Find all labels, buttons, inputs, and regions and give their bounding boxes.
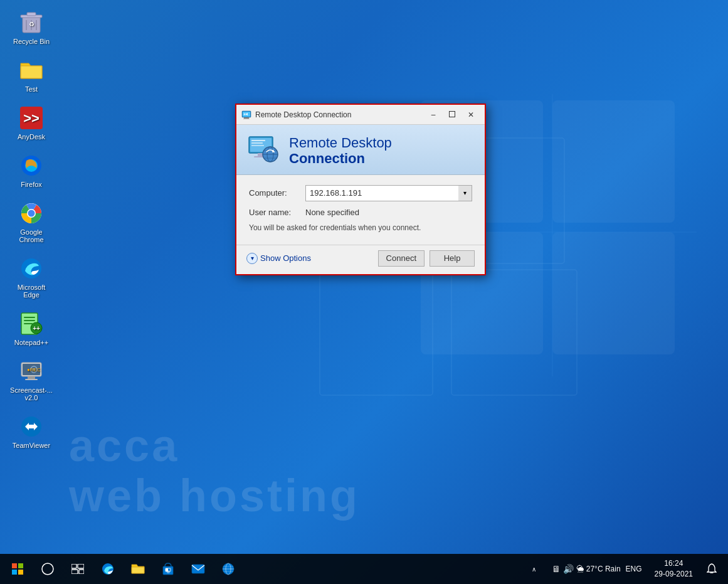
desktop-icon-google-chrome[interactable]: Google Chrome [6, 197, 56, 247]
svg-rect-63 [12, 570, 17, 575]
rdp-titlebar-text: Remote Desktop Connection [255, 110, 421, 119]
rdp-computer-input[interactable] [305, 185, 472, 201]
anydesk-label: AnyDesk [18, 133, 45, 141]
svg-point-26 [28, 210, 35, 217]
teamviewer-label: TeamViewer [13, 442, 50, 449]
svg-rect-69 [79, 570, 84, 574]
desktop: acca web hosting ♻ Recycle Bin [0, 0, 728, 584]
rdp-titlebar-icon [241, 110, 251, 120]
show-options-icon: ▾ [246, 253, 258, 264]
svg-text:▨: ▨ [167, 570, 170, 573]
notepadpp-icon: ++ [19, 311, 44, 336]
google-chrome-label: Google Chrome [9, 228, 54, 243]
rdp-titlebar-controls: – ✕ [425, 107, 480, 122]
rdp-footer: ▾ Show Options Connect Help [236, 245, 485, 274]
rdp-header: Remote Desktop Connection [236, 125, 485, 175]
rdp-show-options[interactable]: ▾ Show Options [246, 253, 373, 264]
screencast-label: Screencast-...v2.0 [10, 386, 53, 401]
taskbar-date: 29-09-2021 [655, 569, 693, 580]
svg-rect-30 [24, 320, 35, 321]
teamviewer-icon [19, 414, 44, 439]
taskbar: ▨ ∧ 🖥 [0, 554, 728, 584]
taskbar-start-btn[interactable] [3, 554, 33, 584]
rdp-username-field: User name: None specified [249, 208, 472, 217]
rdp-computer-field: Computer: ▾ [249, 185, 472, 201]
svg-rect-71 [132, 567, 144, 573]
firefox-label: Firefox [21, 181, 42, 188]
svg-rect-64 [18, 570, 23, 575]
recycle-bin-label: Recycle Bin [13, 38, 50, 45]
rdp-restore-btn[interactable] [443, 107, 461, 122]
rdp-username-label: User name: [249, 208, 305, 217]
rdp-close-btn[interactable]: ✕ [462, 107, 480, 122]
desktop-icon-notepadpp[interactable]: ++ Notepad++ [6, 307, 56, 350]
desktop-icon-test[interactable]: Test [6, 54, 56, 97]
taskbar-volume-icon[interactable]: 🔊 [563, 564, 574, 574]
desktop-icon-anydesk[interactable]: >> AnyDesk [6, 102, 56, 144]
rdp-minimize-btn[interactable]: – [425, 107, 442, 122]
rdp-dialog: Remote Desktop Connection – ✕ [235, 104, 486, 275]
rdp-header-line1: Remote Desktop [289, 135, 392, 151]
svg-rect-66 [71, 564, 76, 568]
rdp-header-title: Remote Desktop Connection [289, 135, 392, 167]
svg-point-65 [42, 563, 53, 575]
desktop-icons-container: ♻ Recycle Bin Test >> AnyDe [6, 6, 56, 453]
taskbar-store-btn[interactable]: ▨ [154, 555, 182, 583]
taskbar-notification-btn[interactable] [698, 554, 725, 584]
taskbar-language[interactable]: ENG [623, 565, 645, 573]
taskbar-search-btn[interactable] [34, 555, 61, 583]
rdp-help-btn[interactable]: Help [430, 250, 475, 267]
svg-text:●REC: ●REC [27, 367, 41, 373]
rdp-header-line2: Connection [289, 151, 392, 166]
svg-text:♻: ♻ [29, 21, 34, 28]
svg-rect-14 [27, 13, 36, 16]
svg-rect-37 [25, 379, 38, 380]
rdp-computer-input-wrap: ▾ [305, 185, 472, 201]
screencast-icon: ●REC [19, 359, 44, 384]
rdp-titlebar: Remote Desktop Connection – ✕ [236, 105, 485, 125]
taskbar-mail-btn[interactable] [184, 555, 212, 583]
svg-rect-45 [243, 119, 250, 119]
svg-rect-67 [78, 564, 84, 568]
desktop-icon-firefox[interactable]: Firefox [6, 149, 56, 192]
rdp-computer-dropdown[interactable]: ▾ [458, 185, 472, 201]
rdp-username-value: None specified [305, 208, 359, 217]
microsoft-edge-icon [19, 256, 44, 281]
microsoft-edge-label: Microsoft Edge [9, 284, 54, 299]
rdp-body: Computer: ▾ User name: None specified Yo… [236, 175, 485, 245]
svg-rect-76 [192, 565, 204, 573]
svg-rect-68 [71, 570, 78, 574]
test-folder-label: Test [25, 85, 38, 93]
svg-rect-52 [251, 145, 264, 146]
anydesk-icon: >> [19, 105, 44, 130]
desktop-icon-teamviewer[interactable]: TeamViewer [6, 410, 56, 453]
taskbar-tray: ∧ 🖥 🔊 🌦 27°C Rain ENG [514, 555, 650, 583]
rdp-connect-btn[interactable]: Connect [378, 250, 425, 267]
taskbar-edge-btn[interactable] [94, 555, 122, 583]
svg-rect-51 [251, 142, 263, 144]
taskbar-taskview-btn[interactable] [64, 555, 92, 583]
svg-rect-29 [24, 317, 35, 318]
svg-rect-61 [12, 563, 17, 568]
google-chrome-icon [19, 201, 44, 226]
rdp-credentials-note: You will be asked for credentials when y… [249, 223, 472, 232]
rdp-logo [246, 135, 282, 166]
svg-text:++: ++ [33, 325, 40, 332]
desktop-icon-recycle-bin[interactable]: ♻ Recycle Bin [6, 6, 56, 49]
svg-rect-11 [320, 270, 433, 395]
svg-rect-44 [244, 117, 249, 119]
recycle-bin-icon: ♻ [19, 10, 44, 35]
notepadpp-label: Notepad++ [14, 339, 48, 346]
svg-rect-9 [451, 270, 577, 395]
svg-rect-36 [28, 376, 35, 379]
desktop-icon-microsoft-edge[interactable]: Microsoft Edge [6, 252, 56, 302]
taskbar-explorer-btn[interactable] [124, 555, 152, 583]
taskbar-weather[interactable]: 🌦 27°C Rain [576, 565, 621, 573]
taskbar-network-icon[interactable]: 🖥 [552, 564, 561, 574]
taskbar-clock[interactable]: 16:24 29-09-2021 [650, 558, 698, 580]
svg-rect-31 [24, 323, 33, 324]
taskbar-globe-btn[interactable] [214, 555, 242, 583]
desktop-icon-screencast[interactable]: ●REC Screencast-...v2.0 [6, 355, 56, 405]
taskbar-tray-chevron[interactable]: ∧ [520, 555, 548, 583]
test-folder-icon [19, 58, 44, 83]
